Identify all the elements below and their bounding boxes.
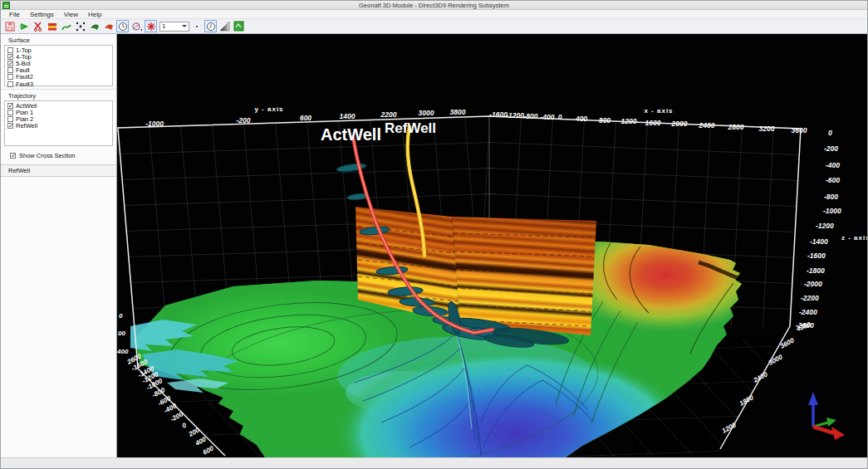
- svg-text:-800: -800: [523, 112, 537, 120]
- clock-icon[interactable]: [116, 20, 129, 32]
- svg-text:-1600: -1600: [807, 252, 826, 260]
- checkbox[interactable]: [7, 116, 13, 122]
- svg-text:-1000: -1000: [823, 207, 841, 215]
- checkbox[interactable]: [7, 47, 13, 53]
- chevron-down-icon: [182, 25, 187, 27]
- svg-text:2200: 2200: [380, 110, 396, 119]
- svg-text:3800: 3800: [449, 108, 465, 116]
- svg-text:0: 0: [828, 129, 832, 137]
- svg-text:-1000: -1000: [145, 120, 164, 128]
- svg-text:1200: 1200: [620, 117, 636, 125]
- trajectory-list: ✓ActWell Plan 1 Plan 2 ✓RefWell: [4, 100, 113, 146]
- list-item-label: Fault3: [16, 81, 33, 88]
- checkbox[interactable]: [7, 74, 13, 80]
- svg-text:2800: 2800: [727, 123, 743, 131]
- surface-list: 1-Top ✓4-Top ✓5-Bot Fault Fault2 Fault3: [4, 45, 113, 86]
- svg-text:-1600: -1600: [489, 110, 508, 119]
- svg-text:0: 0: [119, 312, 123, 320]
- svg-text:2400: 2400: [698, 121, 714, 129]
- trajectory-group-label: Trajectory: [8, 92, 116, 100]
- divider: [1, 89, 116, 90]
- app-window: Geonaft 3D Module - Direct3D9 Rendering …: [0, 0, 868, 469]
- menu-settings[interactable]: Settings: [25, 11, 59, 18]
- list-item-refwell[interactable]: ✓RefWell: [5, 123, 112, 129]
- actwell-label: ActWell: [321, 125, 381, 144]
- run-icon[interactable]: [17, 20, 30, 32]
- svg-text:-2200: -2200: [801, 294, 819, 302]
- shade-gradient-icon[interactable]: [218, 20, 231, 32]
- svg-text:-800: -800: [824, 193, 838, 201]
- pan-points-icon[interactable]: [74, 20, 86, 32]
- menu-help[interactable]: Help: [83, 11, 106, 18]
- svg-text:400: 400: [117, 348, 129, 355]
- sidebar: Surface 1-Top ✓4-Top ✓5-Bot Fault Fault2…: [1, 34, 117, 457]
- checkbox[interactable]: [7, 110, 13, 115]
- svg-text:-2000: -2000: [804, 280, 822, 288]
- curve-icon[interactable]: [60, 20, 72, 32]
- x-axis-title: x - axis: [644, 107, 673, 115]
- svg-text:-200: -200: [824, 144, 838, 153]
- save-icon[interactable]: [3, 20, 16, 32]
- well-selector[interactable]: RefWell: [1, 164, 116, 177]
- svg-text:3200: 3200: [758, 125, 774, 133]
- menu-view[interactable]: View: [59, 11, 83, 18]
- cut-icon[interactable]: [32, 20, 44, 32]
- scene-3d-icon[interactable]: [233, 20, 245, 32]
- svg-text:-600: -600: [826, 176, 840, 184]
- surface-green-icon[interactable]: [88, 20, 101, 32]
- z-axis-title: z - axis: [841, 234, 867, 242]
- y-axis-title: y - axis: [254, 105, 283, 113]
- checkbox[interactable]: [7, 67, 13, 73]
- status-bar: [1, 457, 867, 469]
- compass-icon[interactable]: [145, 20, 157, 32]
- show-cross-section-row[interactable]: ✓ Show Cross Section: [10, 152, 116, 159]
- scene-3d-canvas[interactable]: ActWell RefWell y - axis -1000 -200 600 …: [117, 34, 867, 457]
- svg-text:-400: -400: [826, 161, 840, 169]
- layer-select-value: 1: [162, 22, 165, 30]
- svg-text:-400: -400: [540, 113, 554, 121]
- checkbox[interactable]: [7, 81, 13, 87]
- show-cross-section-label: Show Cross Section: [19, 152, 76, 159]
- list-item-fault3[interactable]: Fault3: [5, 81, 112, 87]
- refwell-label: RefWell: [385, 120, 436, 136]
- menu-bar: File Settings View Help: [1, 10, 867, 19]
- svg-text:00: 00: [118, 330, 125, 337]
- list-item-label: RefWell: [16, 122, 37, 129]
- svg-text:3000: 3000: [418, 109, 434, 117]
- svg-text:-1200: -1200: [506, 111, 524, 120]
- viewport-3d[interactable]: ActWell RefWell y - axis -1000 -200 600 …: [117, 34, 867, 457]
- toolbar-separator: [196, 26, 198, 27]
- svg-text:1600: 1600: [645, 119, 660, 127]
- checkbox[interactable]: ✓: [7, 54, 13, 60]
- svg-text:800: 800: [599, 116, 611, 125]
- svg-text:600: 600: [300, 114, 311, 122]
- toolbar: 1: [1, 19, 867, 34]
- svg-text:-1200: -1200: [816, 222, 834, 230]
- checkbox[interactable]: ✓: [7, 61, 13, 66]
- svg-text:0: 0: [557, 113, 562, 121]
- title-bar: Geonaft 3D Module - Direct3D9 Rendering …: [1, 1, 867, 10]
- svg-text:1400: 1400: [339, 112, 355, 120]
- svg-text:-1400: -1400: [810, 237, 828, 246]
- svg-text:-1800: -1800: [807, 266, 825, 275]
- menu-file[interactable]: File: [4, 11, 25, 18]
- svg-text:-2400: -2400: [799, 308, 817, 316]
- surface-group-label: Surface: [8, 37, 116, 44]
- orbit-icon[interactable]: [130, 20, 143, 32]
- svg-text:2000: 2000: [670, 120, 687, 128]
- checkbox[interactable]: ✓: [10, 153, 16, 159]
- layers-flag-icon[interactable]: [46, 20, 58, 32]
- surface-red-icon[interactable]: [102, 20, 115, 32]
- checkbox[interactable]: ✓: [7, 103, 13, 109]
- clock-alt-icon[interactable]: [204, 20, 217, 32]
- svg-text:3600: 3600: [791, 126, 807, 134]
- svg-text:-200: -200: [236, 116, 250, 125]
- checkbox[interactable]: ✓: [7, 123, 13, 129]
- layer-select[interactable]: 1: [159, 22, 189, 32]
- svg-text:400: 400: [575, 115, 587, 123]
- window-title: Geonaft 3D Module - Direct3D9 Rendering …: [1, 2, 867, 9]
